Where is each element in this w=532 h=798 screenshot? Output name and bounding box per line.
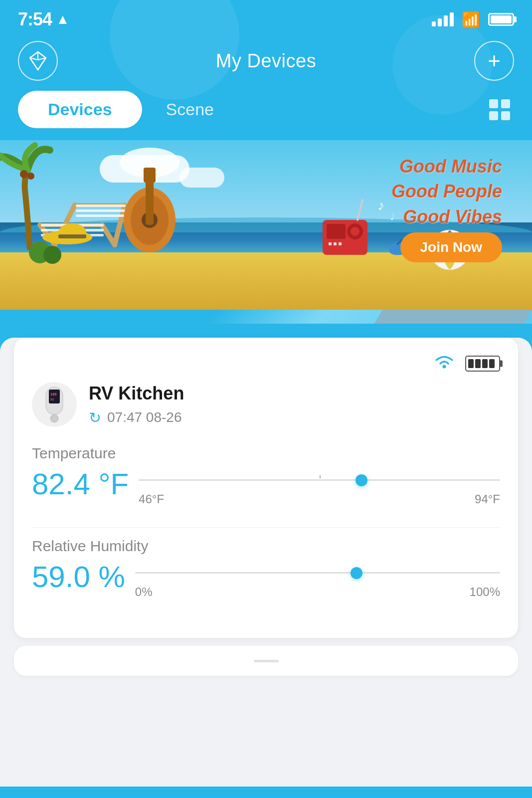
humidity-slider-area: 0% 100% (135, 563, 500, 599)
svg-point-43 (443, 365, 446, 369)
gem-icon (27, 50, 49, 72)
next-card-peek (14, 646, 518, 676)
card-handle (254, 660, 279, 662)
device-name-text: RV Kitchen (89, 383, 184, 404)
humidity-slider[interactable] (135, 563, 500, 583)
svg-rect-23 (58, 234, 86, 238)
humidity-track (135, 572, 500, 574)
temp-track (139, 479, 500, 481)
banner-text: Good Music Good People Good Vibes (391, 154, 502, 229)
bat-seg-3 (482, 359, 488, 368)
beach-scene (25, 155, 214, 270)
device-thumbnail: 100 88 (32, 382, 77, 427)
device-battery-icon (465, 356, 500, 372)
signal-bar-3 (444, 15, 448, 26)
battery-fill (491, 15, 512, 23)
signal-bars (432, 12, 454, 26)
svg-text:88: 88 (50, 398, 54, 401)
wifi-icon: 📶 (462, 11, 480, 28)
svg-rect-31 (334, 242, 337, 245)
svg-line-7 (102, 225, 115, 245)
device-card: 100 88 RV Kitchen ↻ 07:47 08-26 Temper (14, 338, 518, 638)
wifi-signal-svg (433, 353, 455, 370)
tab-bar: Devices Scene (0, 91, 532, 128)
svg-point-48 (50, 414, 58, 422)
device-icon-svg: 100 88 (37, 385, 72, 424)
svg-rect-32 (339, 242, 342, 245)
svg-point-29 (351, 227, 359, 236)
humidity-section: Relative Humidity 59.0 % 0% 100% (32, 538, 500, 602)
grid-dot-1 (489, 99, 498, 108)
temperature-label: Temperature (32, 445, 500, 462)
humidity-min-label: 0% (135, 585, 153, 599)
temp-max-label: 94°F (475, 492, 500, 506)
device-wifi-icon (433, 353, 455, 374)
battery-terminal (500, 360, 503, 367)
beach-scene-svg (25, 155, 214, 270)
device-details: RV Kitchen ↻ 07:47 08-26 (89, 383, 184, 426)
svg-rect-27 (327, 224, 346, 239)
temperature-section: Temperature 82.4 °F 46°F (32, 445, 500, 509)
temp-slider-labels: 46°F 94°F (139, 492, 500, 506)
humidity-max-label: 100% (470, 585, 500, 599)
status-bar: 7:54 ▲ 📶 (0, 0, 532, 36)
svg-point-25 (43, 246, 61, 264)
header: My Devices + (0, 36, 532, 91)
banner-line-3: Good Vibes (391, 204, 502, 229)
add-device-button[interactable]: + (474, 41, 514, 81)
svg-text:100: 100 (50, 393, 57, 397)
card-divider (32, 527, 500, 528)
bat-seg-4 (489, 359, 495, 368)
signal-bar-2 (438, 18, 442, 26)
promo-banner: ♪ ♩ Good Music Good People Good (0, 140, 532, 310)
nav-arrow-icon: ▲ (56, 11, 69, 27)
add-icon: + (488, 50, 501, 72)
page-title: My Devices (216, 50, 316, 72)
svg-rect-20 (144, 168, 156, 183)
svg-rect-14 (76, 209, 126, 212)
device-updated-row: ↻ 07:47 08-26 (89, 409, 184, 426)
status-icons: 📶 (432, 11, 514, 28)
diagonal-accent (0, 310, 532, 324)
temperature-value: 82.4 °F (32, 467, 129, 501)
svg-point-22 (58, 223, 86, 241)
time-text: 7:54 (18, 9, 52, 30)
status-time: 7:54 ▲ (18, 9, 69, 30)
svg-rect-13 (76, 204, 126, 207)
join-now-button[interactable]: Join Now (400, 232, 502, 262)
card-status-row (32, 353, 500, 374)
tab-scene[interactable]: Scene (142, 91, 238, 128)
humidity-label: Relative Humidity (32, 538, 500, 555)
svg-line-33 (357, 200, 362, 220)
temperature-slider-area: 46°F 94°F (139, 470, 500, 506)
svg-rect-45 (49, 390, 60, 403)
bat-seg-1 (468, 359, 474, 368)
temp-tick (320, 475, 321, 478)
grid-dot-4 (501, 111, 510, 120)
signal-bar-1 (432, 21, 436, 26)
logo-button[interactable] (18, 41, 58, 81)
grid-dot-3 (489, 111, 498, 120)
svg-rect-15 (76, 214, 126, 217)
signal-bar-4 (450, 12, 454, 26)
temperature-slider[interactable] (139, 470, 500, 490)
grid-dot-2 (501, 99, 510, 108)
banner-line-1: Good Music (391, 154, 502, 179)
main-content: 100 88 RV Kitchen ↻ 07:47 08-26 Temper (0, 338, 532, 787)
device-info-row: 100 88 RV Kitchen ↻ 07:47 08-26 (32, 382, 500, 427)
humidity-value: 59.0 % (32, 560, 125, 594)
battery-icon (488, 13, 514, 26)
temp-min-label: 46°F (139, 492, 164, 506)
temp-slider-dot[interactable] (355, 474, 367, 486)
last-updated-text: 07:47 08-26 (107, 409, 181, 425)
humidity-slider-dot[interactable] (351, 567, 362, 579)
tab-devices[interactable]: Devices (18, 91, 142, 128)
svg-text:♪: ♪ (377, 198, 384, 213)
humidity-slider-labels: 0% 100% (135, 585, 500, 599)
banner-line-2: Good People (391, 179, 502, 204)
refresh-icon: ↻ (89, 409, 101, 426)
grid-view-button[interactable] (485, 95, 514, 124)
svg-rect-30 (329, 242, 332, 245)
bat-seg-2 (475, 359, 481, 368)
